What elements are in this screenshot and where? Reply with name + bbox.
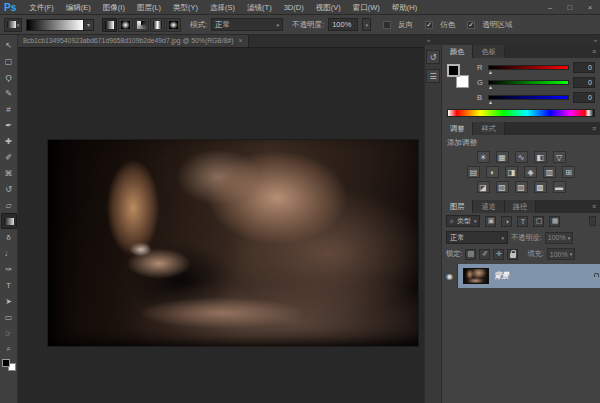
layer-opacity-input[interactable]: 100% ▾ [545, 232, 573, 244]
dock-collapse-left[interactable]: « [425, 35, 441, 45]
shape-tool[interactable]: ▭ [1, 309, 17, 325]
menu-filter[interactable]: 滤镜(T) [241, 0, 278, 15]
menu-file[interactable]: 文件(F) [23, 0, 60, 15]
posterize-button[interactable]: ▧ [496, 181, 509, 193]
menu-3d[interactable]: 3D(D) [278, 0, 310, 15]
close-button[interactable]: × [580, 0, 600, 15]
menu-window[interactable]: 窗口(W) [347, 0, 386, 15]
radial-gradient-button[interactable] [118, 18, 133, 32]
reflected-gradient-button[interactable] [150, 18, 165, 32]
menu-image[interactable]: 图像(I) [97, 0, 131, 15]
filter-type-layers-button[interactable]: T [517, 216, 528, 227]
eraser-tool[interactable]: ▱ [1, 197, 17, 213]
layer-name[interactable]: 背景 [494, 271, 509, 281]
tab-adjustments[interactable]: 调整 [442, 122, 473, 135]
gradient-map-button[interactable]: ▬ [553, 181, 566, 193]
blue-value[interactable]: 0 [573, 92, 595, 103]
hue-saturation-button[interactable]: ▤ [467, 166, 480, 178]
curves-button[interactable]: ∿ [515, 151, 528, 163]
lock-pixels-button[interactable]: ✐ [479, 249, 490, 260]
selective-color-button[interactable]: ▩ [534, 181, 547, 193]
hand-tool[interactable]: ☞ [1, 325, 17, 341]
tab-swatches[interactable]: 色板 [473, 45, 504, 58]
green-value[interactable]: 0 [573, 77, 595, 88]
blend-mode-select[interactable]: 正常 ▾ [446, 231, 508, 244]
black-white-button[interactable]: ◨ [505, 166, 518, 178]
exposure-button[interactable]: ◧ [534, 151, 547, 163]
dock-collapse-right[interactable]: » [442, 35, 600, 45]
minimize-button[interactable]: – [540, 0, 560, 15]
canvas-pasteboard[interactable] [18, 48, 424, 403]
color-lookup-button[interactable]: ⊞ [562, 166, 575, 178]
slider-thumb-icon[interactable]: ▲ [488, 69, 493, 75]
maximize-button[interactable]: □ [560, 0, 580, 15]
color-swatches[interactable] [447, 64, 471, 88]
filter-shape-layers-button[interactable]: ▢ [533, 216, 544, 227]
green-slider[interactable]: ▲ [488, 80, 569, 85]
tab-color[interactable]: 颜色 [442, 45, 473, 58]
reverse-checkbox[interactable] [383, 21, 391, 29]
properties-panel-button[interactable]: ☰ [426, 69, 440, 83]
tab-channels[interactable]: 通道 [473, 200, 504, 213]
mode-select[interactable]: 正常 ▾ [211, 18, 283, 31]
levels-button[interactable]: ▦ [496, 151, 509, 163]
tab-close-icon[interactable]: × [239, 35, 243, 47]
gradient-preview[interactable] [26, 19, 84, 31]
clone-stamp-tool[interactable]: ⌘ [1, 165, 17, 181]
angle-gradient-button[interactable] [134, 18, 149, 32]
filter-pixel-layers-button[interactable]: ▣ [485, 216, 496, 227]
threshold-button[interactable]: ▨ [515, 181, 528, 193]
diamond-gradient-button[interactable] [166, 18, 181, 32]
quick-selection-tool[interactable]: ✎ [1, 85, 17, 101]
crop-tool[interactable]: # [1, 101, 17, 117]
tool-preset-picker[interactable]: ▾ [4, 18, 22, 32]
menu-type[interactable]: 类型(Y) [167, 0, 204, 15]
marquee-tool[interactable]: ▢ [1, 53, 17, 69]
gradient-tool[interactable] [1, 213, 17, 229]
document-tab[interactable]: 8cb1cb1349540923abd671d9658d109b2de49d7.… [18, 35, 249, 47]
lock-position-button[interactable]: ✛ [493, 249, 504, 260]
foreground-color-swatch[interactable] [447, 64, 460, 77]
layer-filter-select[interactable]: ⌕ 类型 ▾ [446, 215, 480, 227]
foreground-color-swatch[interactable] [2, 359, 10, 367]
vibrance-button[interactable]: ▽ [553, 151, 566, 163]
blur-tool[interactable]: δ [1, 229, 17, 245]
history-brush-tool[interactable]: ↺ [1, 181, 17, 197]
background-layer-row[interactable]: ◉ 背景 [442, 264, 600, 288]
tab-styles[interactable]: 样式 [473, 122, 504, 135]
menu-edit[interactable]: 编辑(E) [60, 0, 97, 15]
red-slider[interactable]: ▲ [488, 65, 569, 70]
lasso-tool[interactable]: Ϙ [1, 69, 17, 85]
foreground-background-swatches[interactable] [2, 359, 16, 371]
dodge-tool[interactable]: ♩ [1, 245, 17, 261]
filter-toggle[interactable] [589, 216, 596, 226]
layer-thumbnail[interactable] [463, 268, 489, 284]
brightness-contrast-button[interactable]: ☀ [477, 151, 490, 163]
zoom-tool[interactable]: ⌕ [1, 341, 17, 357]
eyedropper-tool[interactable]: ✒ [1, 117, 17, 133]
gradient-dropdown-button[interactable]: ▾ [84, 19, 94, 31]
panel-menu-icon[interactable]: ≡ [588, 200, 600, 213]
menu-layer[interactable]: 图层(L) [131, 0, 167, 15]
color-balance-button[interactable]: ◐ [486, 166, 499, 178]
slider-thumb-icon[interactable]: ▲ [488, 84, 493, 90]
photo-filter-button[interactable]: ◈ [524, 166, 537, 178]
menu-select[interactable]: 选择(S) [204, 0, 241, 15]
gradient-picker[interactable]: ▾ [26, 19, 94, 31]
transparency-checkbox[interactable]: ✓ [467, 21, 475, 29]
tab-paths[interactable]: 路径 [505, 200, 536, 213]
type-tool[interactable]: T [1, 277, 17, 293]
panel-menu-icon[interactable]: ≡ [588, 45, 600, 58]
tab-layers[interactable]: 图层 [442, 200, 473, 213]
history-panel-button[interactable]: ↺ [426, 50, 440, 64]
opacity-dropdown-button[interactable]: ▾ [362, 18, 371, 31]
slider-thumb-icon[interactable]: ▲ [488, 99, 493, 105]
lock-transparency-button[interactable]: ▨ [465, 249, 476, 260]
menu-help[interactable]: 帮助(H) [386, 0, 423, 15]
move-tool[interactable]: ↖ [1, 37, 17, 53]
linear-gradient-button[interactable] [102, 18, 117, 32]
canvas-image[interactable] [48, 140, 418, 346]
brush-tool[interactable]: ✐ [1, 149, 17, 165]
opacity-input[interactable]: 100% [328, 18, 358, 31]
lock-all-button[interactable] [507, 249, 518, 260]
